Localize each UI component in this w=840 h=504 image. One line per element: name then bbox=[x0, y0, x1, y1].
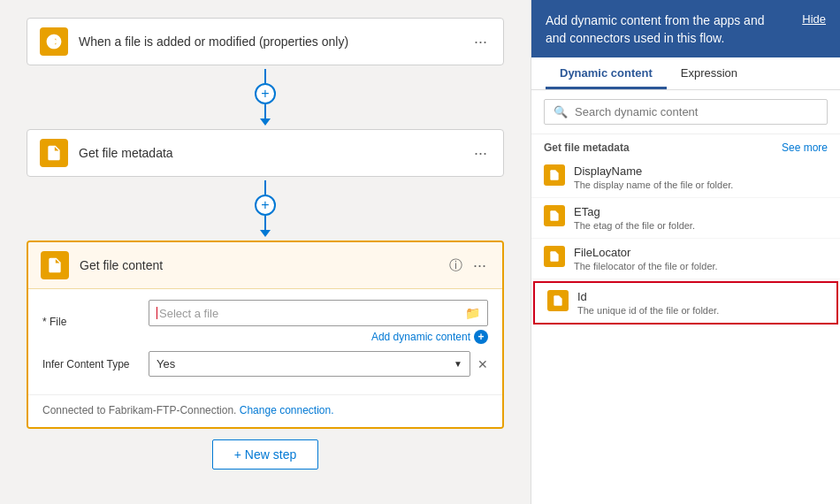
item-icon bbox=[547, 290, 569, 311]
panel-tabs: Dynamic content Expression bbox=[531, 57, 840, 90]
item-desc: The filelocator of the file or folder. bbox=[574, 261, 718, 271]
item-desc: The display name of the file or folder. bbox=[574, 179, 733, 190]
file-input[interactable]: Select a file 📁 bbox=[149, 300, 488, 326]
ftp-icon bbox=[548, 169, 561, 181]
right-panel: Add dynamic content from the apps and an… bbox=[531, 0, 840, 504]
file-content-icon bbox=[46, 256, 64, 274]
step3-body: * File Select a file 📁 Add dynamic conte… bbox=[28, 289, 502, 394]
item-icon bbox=[544, 164, 565, 186]
action-icon bbox=[45, 144, 63, 162]
step1-more-button[interactable]: ··· bbox=[470, 33, 491, 51]
cursor-blink bbox=[157, 307, 157, 319]
item-desc: The etag of the file or folder. bbox=[574, 220, 695, 231]
panel-header: Add dynamic content from the apps and an… bbox=[531, 0, 840, 57]
step1-title: When a file is added or modified (proper… bbox=[79, 34, 470, 49]
item-name: FileLocator bbox=[574, 246, 718, 259]
item-icon bbox=[544, 246, 565, 267]
dynamic-items-list: DisplayName The display name of the file… bbox=[531, 157, 840, 504]
file-input-wrap: Select a file 📁 Add dynamic content + bbox=[149, 300, 488, 344]
new-step-button[interactable]: + New step bbox=[212, 439, 318, 470]
item-name: DisplayName bbox=[574, 164, 733, 178]
file-field-label: * File bbox=[42, 316, 149, 328]
change-connection-link[interactable]: Change connection. bbox=[240, 404, 334, 416]
main-canvas: When a file is added or modified (proper… bbox=[0, 0, 531, 504]
search-box: 🔍 bbox=[544, 99, 828, 125]
connector1-arrow bbox=[260, 118, 271, 126]
panel-section-header: Get file metadata See more bbox=[531, 134, 840, 157]
add-dynamic-label: Add dynamic content bbox=[371, 331, 470, 343]
step3-icon bbox=[41, 251, 69, 279]
infer-content-type-wrap: Yes ▼ ✕ bbox=[149, 351, 488, 377]
see-more-link[interactable]: See more bbox=[782, 141, 828, 154]
panel-header-text: Add dynamic content from the apps and an… bbox=[546, 12, 788, 47]
connector2-line bbox=[264, 180, 266, 195]
item-text: ETag The etag of the file or folder. bbox=[574, 205, 695, 231]
step3-expanded-block: Get file content ⓘ ··· * File Select a f… bbox=[27, 241, 504, 429]
step2-more-button[interactable]: ··· bbox=[470, 144, 491, 163]
file-folder-icon: 📁 bbox=[465, 306, 480, 320]
add-dynamic-content-link[interactable]: Add dynamic content + bbox=[149, 330, 488, 344]
file-field-row: * File Select a file 📁 Add dynamic conte… bbox=[42, 300, 488, 344]
ftp-icon bbox=[548, 250, 561, 263]
item-text: FileLocator The filelocator of the file … bbox=[574, 246, 718, 271]
item-name: Id bbox=[577, 290, 719, 303]
connector2-arrow bbox=[260, 230, 271, 237]
tab-dynamic-content[interactable]: Dynamic content bbox=[546, 57, 667, 89]
ftp-icon bbox=[552, 294, 564, 307]
step1-icon bbox=[40, 27, 68, 56]
connector2-line2 bbox=[264, 216, 266, 230]
step3-more-button[interactable]: ··· bbox=[470, 256, 490, 275]
connection-text: Connected to Fabrikam-FTP-Connection. Ch… bbox=[28, 394, 502, 427]
trigger-icon bbox=[45, 33, 63, 50]
file-placeholder: Select a file bbox=[159, 307, 218, 320]
connector1: + bbox=[255, 69, 276, 126]
infer-content-type-value: Yes bbox=[157, 357, 175, 370]
infer-content-type-row: Infer Content Type Yes ▼ ✕ bbox=[42, 351, 488, 377]
step2-icon bbox=[40, 139, 68, 167]
step1-block: When a file is added or modified (proper… bbox=[27, 18, 504, 65]
list-item[interactable]: ETag The etag of the file or folder. bbox=[531, 198, 840, 239]
list-item-highlighted[interactable]: Id The unique id of the file or folder. bbox=[533, 281, 838, 325]
connector2-add-button[interactable]: + bbox=[255, 195, 276, 216]
panel-hide-button[interactable]: Hide bbox=[802, 12, 826, 26]
list-item[interactable]: FileLocator The filelocator of the file … bbox=[531, 239, 840, 279]
infer-content-type-label: Infer Content Type bbox=[42, 358, 149, 370]
step2-block: Get file metadata ··· bbox=[27, 129, 504, 177]
step3-info-button[interactable]: ⓘ bbox=[449, 257, 462, 274]
search-icon: 🔍 bbox=[554, 105, 568, 118]
panel-section-title: Get file metadata bbox=[544, 141, 630, 154]
step3-header: Get file content ⓘ ··· bbox=[28, 242, 502, 289]
connector1-add-button[interactable]: + bbox=[255, 83, 276, 104]
item-text: DisplayName The display name of the file… bbox=[574, 164, 733, 190]
connector2: + bbox=[255, 180, 276, 237]
item-text: Id The unique id of the file or folder. bbox=[577, 290, 719, 316]
panel-search-area: 🔍 bbox=[531, 90, 840, 134]
search-input[interactable] bbox=[575, 105, 818, 118]
connector1-line bbox=[264, 69, 266, 83]
item-desc: The unique id of the file or folder. bbox=[577, 305, 719, 316]
infer-content-type-clear-button[interactable]: ✕ bbox=[477, 357, 488, 371]
item-icon bbox=[544, 205, 565, 226]
file-input-cursor: Select a file bbox=[157, 307, 218, 320]
connector1-line2 bbox=[264, 104, 266, 118]
infer-content-type-select[interactable]: Yes ▼ bbox=[149, 351, 470, 377]
ftp-icon bbox=[548, 210, 561, 222]
step2-title: Get file metadata bbox=[79, 146, 470, 160]
select-chevron-icon: ▼ bbox=[454, 359, 462, 369]
list-item[interactable]: DisplayName The display name of the file… bbox=[531, 157, 840, 198]
step3-title: Get file content bbox=[80, 258, 449, 272]
tab-expression[interactable]: Expression bbox=[667, 57, 752, 89]
item-name: ETag bbox=[574, 205, 695, 218]
add-dynamic-plus-icon: + bbox=[474, 330, 488, 344]
